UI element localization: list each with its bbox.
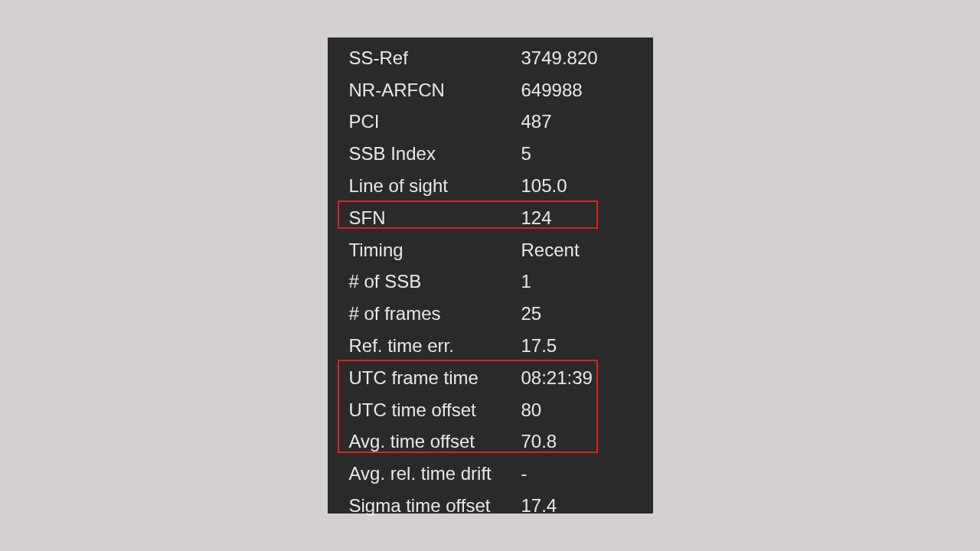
label-line-of-sight: Line of sight xyxy=(328,175,521,197)
row-line-of-sight: Line of sight 105.0 xyxy=(328,170,653,202)
row-sfn: SFN 124 xyxy=(328,202,653,234)
value-line-of-sight: 105.0 xyxy=(521,175,653,197)
label-avg-time-offset: Avg. time offset xyxy=(328,431,521,452)
row-utc-frame-time: UTC frame time 08:21:39 xyxy=(328,362,653,394)
value-ref-time-err: 17.5 xyxy=(521,335,653,357)
label-ss-ref: SS-Ref xyxy=(328,47,521,69)
row-pci: PCI 487 xyxy=(328,106,653,139)
row-sigma-time-offset: Sigma time offset 17.4 xyxy=(328,490,653,522)
label-ssb-index: SSB Index xyxy=(328,143,521,165)
value-avg-rel-time-drift: - xyxy=(521,463,653,484)
row-avg-time-offset: Avg. time offset 70.8 xyxy=(328,426,653,458)
value-sigma-time-offset: 17.4 xyxy=(521,495,653,517)
value-utc-time-offset: 80 xyxy=(521,399,653,421)
data-panel: SS-Ref 3749.820 NR-ARFCN 649988 PCI 487 … xyxy=(328,37,653,514)
row-num-ssb: # of SSB 1 xyxy=(328,266,653,298)
label-pci: PCI xyxy=(328,111,521,132)
row-ssb-index: SSB Index 5 xyxy=(328,138,653,170)
row-ss-ref: SS-Ref 3749.820 xyxy=(328,42,653,74)
row-timing: Timing Recent xyxy=(328,234,653,266)
row-utc-time-offset: UTC time offset 80 xyxy=(328,394,653,426)
value-avg-time-offset: 70.8 xyxy=(521,431,653,452)
value-sfn: 124 xyxy=(521,207,653,229)
row-avg-rel-time-drift: Avg. rel. time drift - xyxy=(328,458,653,490)
label-utc-time-offset: UTC time offset xyxy=(328,399,521,421)
label-nr-arfcn: NR-ARFCN xyxy=(328,80,521,101)
label-avg-rel-time-drift: Avg. rel. time drift xyxy=(328,463,521,484)
value-nr-arfcn: 649988 xyxy=(521,80,653,101)
value-pci: 487 xyxy=(521,111,653,132)
value-num-frames: 25 xyxy=(521,303,653,324)
label-timing: Timing xyxy=(328,240,521,261)
label-sfn: SFN xyxy=(328,207,521,229)
label-sigma-time-offset: Sigma time offset xyxy=(328,495,521,517)
value-utc-frame-time: 08:21:39 xyxy=(521,367,653,389)
label-ref-time-err: Ref. time err. xyxy=(328,335,521,357)
row-nr-arfcn: NR-ARFCN 649988 xyxy=(328,74,653,106)
label-utc-frame-time: UTC frame time xyxy=(328,367,521,389)
value-timing: Recent xyxy=(521,240,653,261)
row-num-frames: # of frames 25 xyxy=(328,298,653,330)
value-ssb-index: 5 xyxy=(521,143,653,165)
value-num-ssb: 1 xyxy=(521,271,653,292)
value-ss-ref: 3749.820 xyxy=(521,47,653,69)
row-ref-time-err: Ref. time err. 17.5 xyxy=(328,330,653,362)
label-num-frames: # of frames xyxy=(328,303,521,324)
label-num-ssb: # of SSB xyxy=(328,271,521,292)
